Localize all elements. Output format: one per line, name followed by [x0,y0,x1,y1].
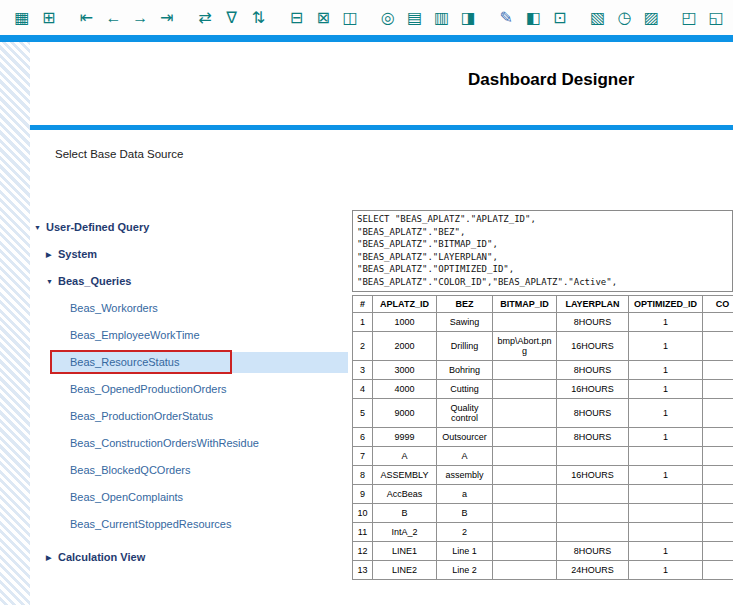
sql-line: "BEAS_APLATZ"."COLOR_ID","BEAS_APLATZ"."… [357,276,728,289]
tree-item-beas-blockedqcorders[interactable]: Beas_BlockedQCOrders [30,457,348,484]
table-cell [703,542,733,561]
table-row: 11000Sawing8HOURS1 [353,313,733,332]
link-data-icon[interactable]: ◎ [378,10,398,26]
org-chart-icon[interactable]: ◰ [679,10,699,26]
tree-item-label: Beas_CurrentStoppedResources [70,518,231,530]
table-cell: 6 [353,428,373,447]
table-cell [703,523,733,542]
journal-icon[interactable]: ▨ [641,10,661,26]
pivot-table-icon[interactable]: ▥ [432,10,452,26]
tree-item-system[interactable]: ▶System [30,241,348,268]
window-grid-icon[interactable]: ▦ [12,10,32,26]
tree-item-beas-opencomplaints[interactable]: Beas_OpenComplaints [30,484,348,511]
sort-az-icon[interactable]: ⇅ [249,10,269,26]
form-settings-icon[interactable]: ◧ [523,10,543,26]
window-report-icon[interactable]: ◫ [340,10,360,26]
form-new-icon[interactable]: ⊡ [550,10,570,26]
table-cell [493,485,557,504]
table-cell: 2 [437,523,493,542]
table-cell [703,428,733,447]
sql-line: SELECT "BEAS_APLATZ"."APLATZ_ID", [357,213,728,226]
table-header-row: #APLATZ_IDBEZBITMAP_IDLAYERPLANOPTIMIZED… [353,296,733,313]
chevron-right-icon[interactable]: ▶ [46,544,58,571]
chevron-right-icon[interactable]: ▶ [46,241,58,268]
table-row: 8ASSEMBLYassembly16HOURS1 [353,466,733,485]
last-record-icon[interactable]: ⇥ [157,10,177,26]
table-cell [557,523,629,542]
previous-record-icon[interactable]: ← [103,10,123,26]
tree-item-beas-constructionorderswithresidue[interactable]: Beas_ConstructionOrdersWithResidue [30,430,348,457]
sql-line: "BEAS_APLATZ"."BITMAP_ID", [357,238,728,251]
table-cell [557,447,629,466]
header: Dashboard Designer [0,42,733,125]
tree-item-calculation-view[interactable]: ▶Calculation View [30,544,348,571]
table-row: 22000Drillingbmp\Abort.png16HOURS1 [353,332,733,361]
filter-icon[interactable]: ∇ [222,10,242,26]
table-cell: ASSEMBLY [373,466,437,485]
tree-item-beas-employeeworktime[interactable]: Beas_EmployeeWorkTime [30,322,348,349]
tree-item-beas-resourcestatus[interactable]: Beas_ResourceStatus [30,349,348,376]
table-cell: 8 [353,466,373,485]
table-row: 69999Outsourcer8HOURS1 [353,428,733,447]
next-record-icon[interactable]: → [130,10,150,26]
column-header: APLATZ_ID [373,296,437,313]
table-cell [703,485,733,504]
tree-item-user-defined-query[interactable]: ▼User-Defined Query [30,214,348,241]
tree-item-beas-currentstoppedresources[interactable]: Beas_CurrentStoppedResources [30,511,348,538]
document-schedule-icon[interactable]: ◷ [615,10,635,26]
dock-window-left-icon[interactable]: ⊟ [286,10,306,26]
table-cell: 1 [629,361,703,380]
table-cell: 8HOURS [557,428,629,447]
sql-line: "BEAS_APLATZ"."LAYERPLAN", [357,251,728,264]
table-row: 10BB [353,504,733,523]
table-row: 9AccBeasa [353,485,733,504]
data-table-icon[interactable]: ▤ [405,10,425,26]
column-header: LAYERPLAN [557,296,629,313]
new-window-icon[interactable]: ⊞ [39,10,59,26]
table-cell [493,313,557,332]
tree-item-beas-openedproductionorders[interactable]: Beas_OpenedProductionOrders [30,376,348,403]
chevron-down-icon[interactable]: ▼ [34,214,46,241]
table-cell: 12 [353,542,373,561]
sql-preview[interactable]: SELECT "BEAS_APLATZ"."APLATZ_ID","BEAS_A… [352,210,733,292]
table-cell: 8HOURS [557,313,629,332]
tree-item-label: Beas_Workorders [70,302,158,314]
tree-item-beas-workorders[interactable]: Beas_Workorders [30,295,348,322]
table-cell: IntA_2 [373,523,437,542]
table-cell: 24HOURS [557,561,629,580]
tree-item-label: Beas_ResourceStatus [70,356,179,368]
table-cell: 1 [629,428,703,447]
table-cell: A [373,447,437,466]
chevron-down-icon[interactable]: ▼ [46,268,58,295]
table-cell [557,485,629,504]
refresh-icon[interactable]: ⇄ [195,10,215,26]
dock-window-right-icon[interactable]: ⊠ [313,10,333,26]
table-cell: Line 1 [437,542,493,561]
column-header: BEZ [437,296,493,313]
table-cell [703,561,733,580]
table-cell: 4000 [373,380,437,399]
table-cell [703,332,733,361]
table-cell: 9 [353,485,373,504]
table-cell: A [437,447,493,466]
tree-item-label: Beas_ProductionOrderStatus [70,410,213,422]
preview-table: #APLATZ_IDBEZBITMAP_IDLAYERPLANOPTIMIZED… [352,295,733,580]
edit-icon[interactable]: ✎ [496,10,516,26]
tree-item-label: Beas_ConstructionOrdersWithResidue [70,437,259,449]
tree-item-beas-queries[interactable]: ▼Beas_Queries [30,268,348,295]
table-cell [493,542,557,561]
table-cell [629,523,703,542]
first-record-icon[interactable]: ⇤ [77,10,97,26]
table-cell [703,504,733,523]
org-chart-alt-icon[interactable]: ◱ [706,10,726,26]
document-new-icon[interactable]: ▧ [588,10,608,26]
table-search-icon[interactable]: ◨ [458,10,478,26]
tree-item-label: User-Defined Query [46,221,149,233]
table-cell: 9000 [373,399,437,428]
table-cell: 2 [353,332,373,361]
tree-item-beas-productionorderstatus[interactable]: Beas_ProductionOrderStatus [30,403,348,430]
table-cell [493,504,557,523]
table-cell: B [373,504,437,523]
table-row: 13LINE2Line 224HOURS1 [353,561,733,580]
table-cell: AccBeas [373,485,437,504]
